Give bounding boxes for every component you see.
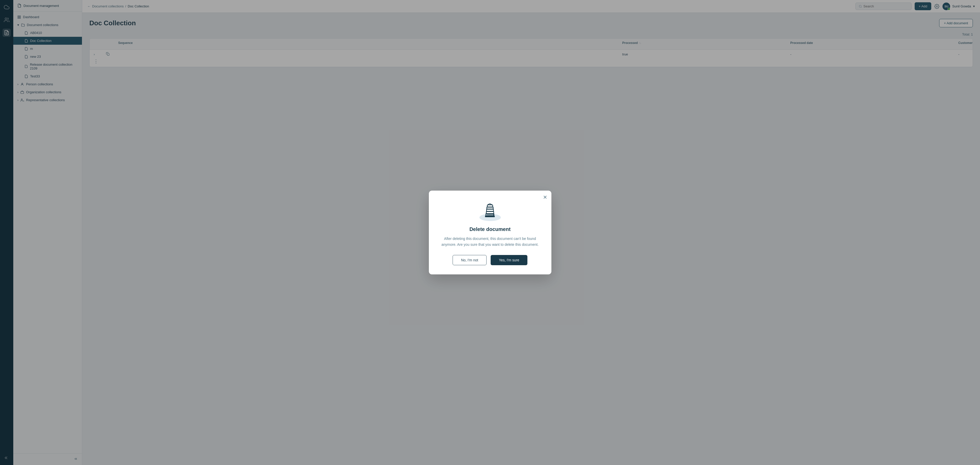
confirm-delete-button[interactable]: Yes, I'm sure — [491, 255, 527, 265]
svg-point-15 — [479, 214, 501, 221]
modal-title: Delete document — [439, 226, 541, 232]
modal-illustration — [477, 201, 503, 221]
cancel-delete-button[interactable]: No, I'm not — [453, 255, 487, 265]
modal-overlay[interactable]: ✕ — [0, 0, 980, 465]
modal-actions: No, I'm not Yes, I'm sure — [439, 255, 541, 265]
delete-document-modal: ✕ — [429, 190, 551, 275]
modal-close-button[interactable]: ✕ — [543, 195, 547, 200]
modal-body: After deleting this document, this docum… — [439, 236, 541, 247]
